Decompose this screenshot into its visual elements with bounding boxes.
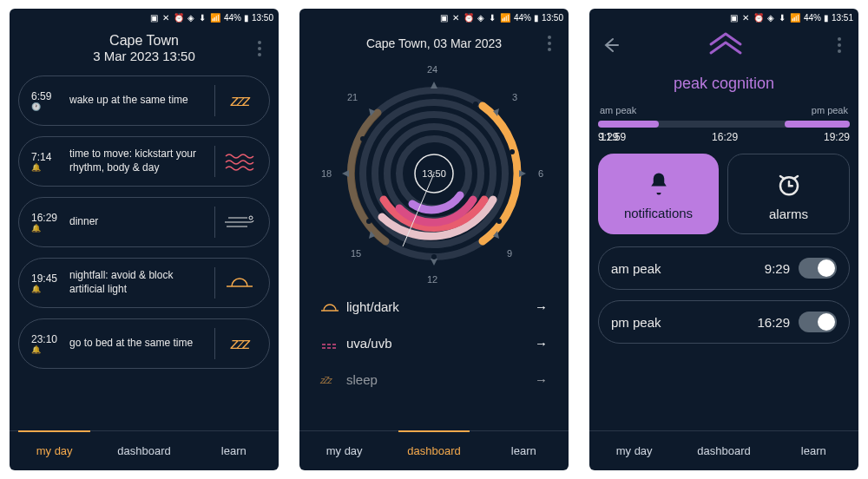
item-time: 19:45	[31, 272, 57, 285]
tab-learn[interactable]: learn	[189, 431, 279, 470]
location-title: Cape Town	[39, 33, 249, 49]
hour-label: 9	[507, 248, 512, 259]
arrow-right-icon: →	[535, 372, 548, 387]
tab-dashboard[interactable]: dashboard	[389, 431, 478, 470]
status-bar: ▣ ✕ ⏰ ◈ ⬇ 📶 44% ▮ 13:51	[589, 9, 858, 26]
pm-peak-toggle-row[interactable]: pm peak 16:29	[598, 300, 850, 344]
day-item[interactable]: 7:14 🔔 time to move: kickstart your rhyt…	[18, 136, 270, 187]
item-text: nightfall: avoid & block artificial ligh…	[69, 269, 207, 296]
status-bar: ▣ ✕ ⏰ ◈ ⬇ 📶 44% ▮ 13:50	[10, 9, 279, 26]
bell-icon: 🔔	[31, 345, 69, 354]
page-title: peak cognition	[598, 75, 850, 93]
card-label: alarms	[769, 207, 808, 221]
notifications-card[interactable]: notifications	[598, 154, 719, 234]
overflow-menu-icon[interactable]	[829, 35, 850, 56]
day-item[interactable]: 16:29 🔔 dinner	[18, 197, 270, 247]
tab-dashboard[interactable]: dashboard	[99, 431, 188, 470]
time-label: 16:29	[712, 131, 738, 143]
svg-point-20	[366, 219, 372, 224]
battery-icon: ▮	[824, 13, 829, 23]
battery-text: 44%	[514, 13, 531, 23]
svg-marker-14	[342, 170, 349, 177]
hour-label: 15	[351, 248, 361, 259]
clock-center-time: 13:50	[422, 168, 446, 179]
day-item[interactable]: 6:59 🕐 wake up at the same time zZz	[18, 75, 270, 126]
am-peak-label: am peak	[600, 105, 636, 115]
legend-list: light/dark → uva/uvb → zZz sleep →	[308, 288, 560, 397]
tab-dashboard[interactable]: dashboard	[679, 431, 768, 470]
toggle-value: 9:29	[765, 261, 790, 276]
hour-label: 18	[321, 168, 332, 179]
circadian-clock[interactable]: 13:50 24 3 6 9 12 15 18 21	[330, 69, 538, 278]
uv-icon	[320, 338, 346, 350]
tab-my-day[interactable]: my day	[10, 431, 99, 470]
hour-label: 12	[427, 274, 437, 285]
screen-peak-cognition: ▣ ✕ ⏰ ◈ ⬇ 📶 44% ▮ 13:51 peak cognition a…	[589, 9, 858, 470]
svg-point-18	[496, 219, 502, 224]
hour-label: 24	[427, 66, 437, 75]
tab-learn[interactable]: learn	[769, 431, 858, 470]
peak-times: 9:29 11:59 16:29 19:29	[598, 131, 850, 143]
svg-marker-8	[431, 82, 437, 89]
battery-text: 44%	[224, 13, 241, 23]
clock-icon: 🕐	[31, 102, 69, 111]
toggle-value: 16:29	[757, 315, 790, 330]
header: Cape Town 3 Mar 2023 13:50	[10, 26, 279, 75]
battery-text: 44%	[804, 13, 821, 23]
day-item[interactable]: 19:45 🔔 nightfall: avoid & block artific…	[18, 258, 270, 308]
toggle-switch[interactable]	[799, 258, 837, 279]
status-icons: ▣ ✕ ⏰ ◈ ⬇ 📶	[150, 13, 221, 23]
back-arrow-icon[interactable]	[598, 33, 622, 57]
bell-icon: 🔔	[31, 163, 69, 172]
status-time: 13:50	[542, 13, 563, 23]
header: Cape Town, 03 Mar 2023	[299, 26, 569, 66]
item-time: 16:29	[31, 212, 57, 224]
item-text: go to bed at the same time	[69, 337, 207, 351]
location-date: Cape Town, 03 Mar 2023	[329, 36, 539, 50]
alarm-clock-icon	[776, 172, 802, 198]
toggle-label: pm peak	[611, 315, 661, 330]
tab-learn[interactable]: learn	[479, 431, 569, 470]
status-icons: ▣ ✕ ⏰ ◈ ⬇ 📶	[440, 13, 511, 23]
status-time: 13:51	[832, 13, 853, 23]
svg-point-19	[431, 254, 437, 259]
alarms-card[interactable]: alarms	[727, 154, 850, 234]
legend-item-uv[interactable]: uva/uvb →	[315, 325, 553, 361]
battery-icon: ▮	[534, 13, 539, 23]
item-text: dinner	[69, 215, 207, 229]
item-time: 6:59	[31, 90, 51, 102]
battery-icon: ▮	[244, 13, 249, 23]
hour-label: 6	[538, 168, 543, 179]
bottom-nav: my day dashboard learn	[589, 430, 858, 470]
screen-my-day: ▣ ✕ ⏰ ◈ ⬇ 📶 44% ▮ 13:50 Cape Town 3 Mar …	[10, 9, 279, 470]
status-bar: ▣ ✕ ⏰ ◈ ⬇ 📶 44% ▮ 13:50	[299, 9, 569, 26]
legend-item-lightdark[interactable]: light/dark →	[315, 288, 553, 325]
card-label: notifications	[624, 206, 693, 220]
bell-icon: 🔔	[31, 224, 69, 233]
datetime-sub: 3 Mar 2023 13:50	[39, 49, 249, 63]
tab-my-day[interactable]: my day	[299, 431, 389, 470]
arrow-right-icon: →	[535, 299, 548, 314]
pm-peak-label: pm peak	[812, 105, 848, 115]
toggle-switch[interactable]	[799, 312, 837, 332]
time-label: 19:29	[824, 131, 850, 143]
arrow-right-icon: →	[535, 336, 548, 351]
sleep-icon: zZz	[320, 375, 346, 385]
day-item[interactable]: 23:10 🔔 go to bed at the same time zZz	[18, 318, 270, 369]
svg-point-17	[510, 149, 515, 154]
time-label: 11:59	[600, 131, 626, 143]
svg-marker-12	[431, 259, 437, 266]
svg-marker-10	[519, 170, 526, 177]
legend-item-sleep[interactable]: zZz sleep →	[315, 361, 553, 397]
item-time: 7:14	[31, 151, 51, 163]
svg-point-16	[473, 102, 478, 107]
tab-my-day[interactable]: my day	[589, 431, 679, 470]
toggle-label: am peak	[611, 261, 661, 276]
svg-point-0	[249, 216, 253, 220]
status-time: 13:50	[252, 13, 273, 23]
bell-icon: 🔔	[31, 285, 69, 293]
am-peak-toggle-row[interactable]: am peak 9:29	[598, 246, 850, 290]
overflow-menu-icon[interactable]	[249, 38, 270, 59]
dinner-icon	[222, 213, 257, 231]
overflow-menu-icon[interactable]	[539, 33, 560, 54]
